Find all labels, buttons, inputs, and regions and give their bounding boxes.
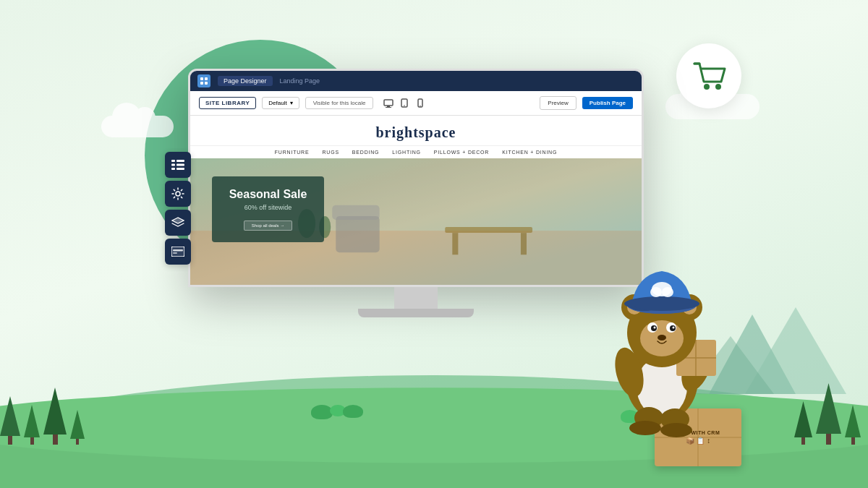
nav-furniture[interactable]: FURNITURE — [275, 150, 310, 155]
hero-cta-button[interactable]: Shop all deals → — [244, 221, 292, 231]
svg-marker-6 — [745, 307, 846, 394]
svg-rect-35 — [176, 168, 184, 170]
svg-rect-14 — [384, 100, 393, 106]
locale-button[interactable]: Visible for this locale — [305, 97, 374, 109]
svg-rect-28 — [452, 233, 458, 254]
site-library-button[interactable]: SITE LIBRARY — [199, 97, 256, 109]
svg-rect-13 — [205, 82, 208, 85]
bushes-center — [311, 405, 363, 419]
app-toolbar: SITE LIBRARY Default ▾ Visible for this … — [190, 91, 642, 116]
svg-rect-27 — [445, 227, 532, 233]
hero-overlay: Seasonal Sale 60% off sitewide Shop all … — [212, 176, 324, 242]
nav-rugs[interactable]: RUGS — [322, 150, 339, 155]
hero-section: Seasonal Sale 60% off sitewide Shop all … — [190, 158, 642, 285]
svg-point-18 — [404, 105, 406, 106]
publish-button[interactable]: Publish Page — [582, 97, 633, 109]
tool-card-button[interactable] — [165, 239, 191, 265]
default-dropdown[interactable]: Default ▾ — [262, 97, 299, 109]
nav-kitchen[interactable]: KITCHEN + DINING — [502, 150, 557, 155]
hero-title: Seasonal Sale — [228, 188, 308, 201]
nav-pillows[interactable]: PILLOWS + DECOR — [434, 150, 489, 155]
svg-rect-38 — [173, 249, 183, 252]
preview-button[interactable]: Preview — [540, 96, 576, 110]
svg-rect-11 — [205, 77, 208, 80]
monitor-stand-neck — [394, 287, 438, 309]
cart-bubble — [676, 43, 741, 108]
svg-rect-24 — [332, 205, 379, 220]
svg-point-62 — [673, 327, 675, 329]
desktop-view-icon[interactable] — [382, 97, 395, 110]
svg-rect-12 — [200, 82, 203, 85]
svg-point-63 — [658, 335, 666, 341]
tree-2 — [24, 405, 40, 445]
tree-1 — [0, 396, 20, 445]
sidebar-tools — [165, 152, 191, 265]
cloud-left — [101, 116, 174, 137]
app-tab-designer[interactable]: Page Designer — [218, 76, 273, 86]
svg-point-36 — [176, 192, 180, 196]
svg-point-50 — [660, 423, 692, 437]
tree-r3 — [845, 405, 861, 445]
svg-point-49 — [629, 421, 661, 435]
website-header: brightspace — [190, 116, 642, 146]
svg-rect-15 — [387, 106, 390, 107]
svg-point-1 — [0, 413, 651, 488]
hero-subtitle: 60% off sitewide — [228, 204, 308, 211]
nav-bedding[interactable]: BEDDING — [352, 150, 380, 155]
bear-character — [597, 246, 727, 448]
mobile-view-icon[interactable] — [414, 97, 427, 110]
website-nav: FURNITURE RUGS BEDDING LIGHTING PILLOWS … — [190, 146, 642, 158]
svg-rect-37 — [171, 247, 184, 257]
monitor-screen: Page Designer Landing Page SITE LIBRARY … — [188, 69, 644, 287]
svg-rect-32 — [171, 164, 175, 166]
brand-logo: brightspace — [205, 124, 627, 141]
svg-point-61 — [654, 327, 656, 329]
tree-r1 — [794, 401, 812, 445]
breadcrumb: Landing Page — [280, 77, 320, 85]
trees-left — [0, 388, 85, 445]
svg-rect-34 — [171, 168, 175, 170]
svg-rect-33 — [176, 164, 184, 166]
svg-rect-29 — [521, 233, 527, 254]
svg-rect-23 — [336, 216, 379, 252]
svg-rect-16 — [386, 107, 391, 108]
view-icons-group — [382, 97, 427, 110]
nav-lighting[interactable]: LIGHTING — [392, 150, 420, 155]
svg-point-68 — [650, 287, 662, 297]
tool-layers-button[interactable] — [165, 210, 191, 236]
monitor-stand-base — [358, 309, 474, 317]
svg-rect-31 — [176, 160, 184, 162]
tool-gear-button[interactable] — [165, 181, 191, 207]
svg-point-8 — [704, 84, 710, 90]
svg-point-20 — [420, 106, 421, 106]
svg-rect-10 — [200, 77, 203, 80]
tree-4 — [70, 410, 85, 445]
shopping-cart-icon — [691, 60, 727, 93]
tool-list-button[interactable] — [165, 152, 191, 178]
trees-right — [794, 383, 861, 445]
app-logo — [197, 74, 210, 87]
tree-3 — [43, 388, 67, 445]
monitor-container: Page Designer Landing Page SITE LIBRARY … — [188, 69, 644, 317]
svg-point-69 — [662, 287, 673, 297]
svg-point-9 — [715, 84, 721, 90]
svg-rect-30 — [171, 160, 175, 162]
svg-rect-39 — [173, 252, 177, 254]
tablet-view-icon[interactable] — [398, 97, 411, 110]
website-content: brightspace FURNITURE RUGS BEDDING LIGHT… — [190, 116, 642, 285]
chevron-down-icon: ▾ — [290, 100, 293, 106]
app-topbar: Page Designer Landing Page — [190, 71, 642, 91]
tree-r2 — [816, 383, 841, 445]
